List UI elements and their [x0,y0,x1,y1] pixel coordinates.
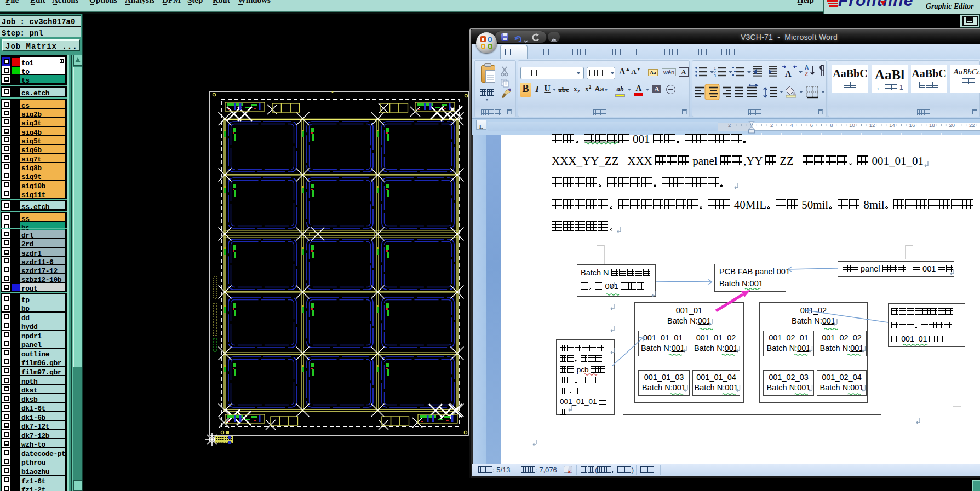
svg-text:16: 16 [909,122,915,128]
svg-text:20: 20 [949,122,955,128]
svg-text:8: 8 [830,122,833,128]
svg-text:10: 10 [849,122,855,128]
svg-text:2: 2 [728,122,731,128]
svg-text:6: 6 [810,122,813,128]
svg-text:22: 22 [969,122,975,128]
svg-text:18: 18 [929,122,935,128]
svg-text:Z: Z [805,71,808,77]
svg-text:4: 4 [790,122,793,128]
svg-text:12: 12 [869,122,875,128]
svg-text:2: 2 [770,122,773,128]
svg-text:2: 2 [714,70,716,74]
svg-text:A: A [785,69,792,78]
svg-text:3: 3 [714,74,716,78]
svg-text:14: 14 [889,122,895,128]
svg-text:A: A [805,65,809,71]
svg-text:1: 1 [714,66,716,70]
